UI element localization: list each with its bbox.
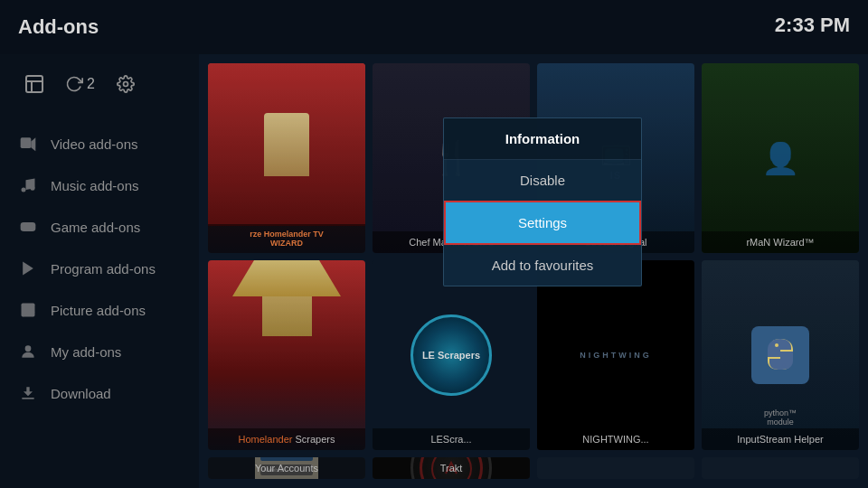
context-menu-title: Information [444,118,641,160]
context-menu-disable[interactable]: Disable [444,160,641,201]
context-menu-favourites[interactable]: Add to favourites [444,245,641,286]
context-overlay: Information Disable Settings Add to favo… [0,0,868,488]
context-menu: Information Disable Settings Add to favo… [443,117,642,286]
context-menu-settings[interactable]: Settings [444,201,641,245]
